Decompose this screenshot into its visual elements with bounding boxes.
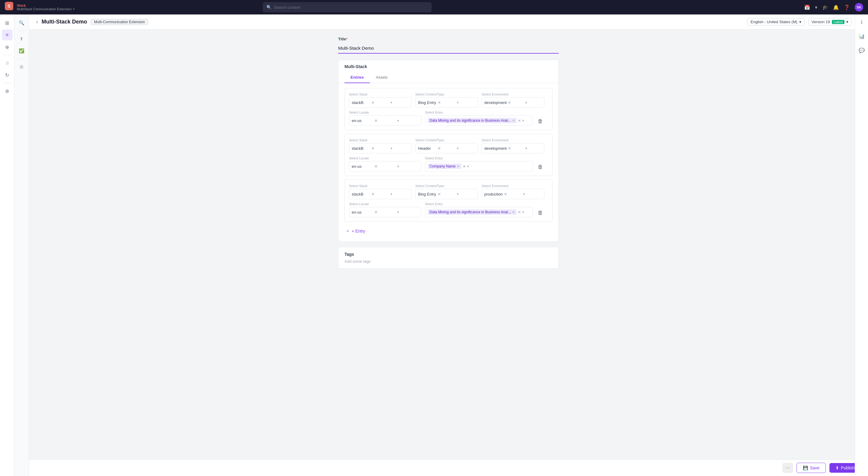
sidebar-icon-star[interactable]: ☆: [2, 58, 13, 68]
select-env-label-1: Select Enviroment: [482, 93, 544, 96]
search-input[interactable]: [274, 5, 428, 10]
search-bar[interactable]: 🔍: [263, 2, 432, 12]
chevron-down-env-icon-2[interactable]: ▾: [525, 147, 541, 150]
clear-locale-icon-3[interactable]: ✕: [374, 210, 396, 215]
select-entry-dropdown-3[interactable]: Data Mining and its significance in Busi…: [425, 207, 533, 217]
tags-input[interactable]: Add some tags: [344, 259, 553, 264]
help-icon[interactable]: ❓: [844, 4, 850, 10]
clear-env-icon-1[interactable]: ✕: [508, 100, 524, 105]
sidebar-icon-layers[interactable]: ⊕: [2, 41, 13, 53]
select-locale-dropdown-2[interactable]: en-us ✕ ▾: [349, 161, 421, 171]
select-stack-dropdown-2[interactable]: stackB ✕ ▾: [349, 143, 412, 153]
clear-ct-icon-1[interactable]: ✕: [438, 100, 456, 105]
select-ct-dropdown-3[interactable]: Blog Entry ✕ ▾: [415, 189, 478, 199]
second-sidebar-task-icon[interactable]: ✅: [16, 45, 27, 56]
chevron-down-icon-3[interactable]: ▾: [391, 192, 409, 196]
clear-entry-icon-1[interactable]: ✕: [518, 118, 521, 123]
plus-icon: ＋: [346, 228, 350, 234]
tab-entries[interactable]: Entries: [344, 72, 370, 83]
sidebar-icon-refresh[interactable]: ↻: [2, 70, 13, 81]
clear-locale-icon-1[interactable]: ✕: [374, 118, 396, 123]
caret-icon[interactable]: ▾: [815, 4, 817, 10]
second-sidebar-search-icon[interactable]: 🔍: [16, 18, 27, 28]
version-badge[interactable]: Version 19 Latest ▾: [808, 18, 852, 26]
select-env-dropdown-2[interactable]: development ✕ ▾: [482, 143, 544, 153]
main-content: ‹ Multi-Stack Demo Multi-Communication E…: [29, 14, 868, 476]
select-entry-dropdown-2[interactable]: Company Name ✕ ✕ ▾: [425, 161, 533, 171]
avatar[interactable]: SK: [855, 3, 863, 11]
chevron-entry-icon-3[interactable]: ▾: [522, 210, 524, 214]
select-env-dropdown-1[interactable]: development ✕ ▾: [482, 97, 544, 107]
graduation-icon[interactable]: 🎓: [822, 4, 828, 10]
chevron-down-env-icon-1[interactable]: ▾: [525, 101, 541, 104]
remove-chip-3[interactable]: ✕: [512, 210, 515, 214]
clear-ct-icon-2[interactable]: ✕: [438, 146, 456, 151]
delete-entry-1[interactable]: 🗑: [536, 117, 544, 126]
delete-entry-3[interactable]: 🗑: [536, 209, 544, 217]
more-button[interactable]: ···: [782, 463, 793, 473]
chevron-down-ct-icon-1[interactable]: ▾: [457, 101, 475, 104]
select-stack-dropdown-1[interactable]: stackB ✕ ▾: [349, 97, 412, 107]
chevron-down-ct-icon-3[interactable]: ▾: [457, 192, 475, 196]
brand-logo: S: [5, 2, 13, 10]
calendar-icon[interactable]: 📅: [804, 4, 810, 10]
title-input[interactable]: [338, 43, 559, 54]
select-locale-label-2: Select Locale: [349, 156, 421, 160]
select-env-dropdown-3[interactable]: production ✕ ▾: [482, 189, 544, 199]
back-button[interactable]: ‹: [36, 19, 38, 25]
entry-row-top-2: Select Stack stackB ✕ ▾ Select ContentTy…: [349, 138, 548, 153]
locale-selector[interactable]: English - United States (M) ▾: [747, 18, 804, 26]
clear-entry-icon-3[interactable]: ✕: [518, 210, 521, 215]
bell-icon[interactable]: 🔔: [833, 4, 839, 10]
clear-icon-3[interactable]: ✕: [371, 192, 390, 196]
add-entry-button[interactable]: ＋ + Entry: [344, 225, 553, 237]
tabs: Entries Assets: [338, 72, 558, 83]
tab-assets[interactable]: Assets: [370, 72, 394, 83]
right-panel: ℹ 📊 💬: [855, 14, 868, 476]
select-locale-dropdown-3[interactable]: en-us ✕ ▾: [349, 207, 421, 217]
select-entry-dropdown-1[interactable]: Data Mining and its significance in Busi…: [425, 116, 533, 126]
sidebar-icon-grid[interactable]: ⊞: [2, 18, 13, 28]
select-locale-dropdown-1[interactable]: en-us ✕ ▾: [349, 116, 421, 126]
info-icon[interactable]: ℹ: [860, 18, 864, 26]
sidebar-icon-tag[interactable]: ⊛: [2, 86, 13, 96]
chevron-down-icon[interactable]: ▾: [73, 7, 75, 11]
second-sidebar-grid-icon[interactable]: ⊞: [16, 61, 27, 72]
activity-icon[interactable]: 📊: [858, 32, 866, 40]
second-sidebar-upload-icon[interactable]: ⬆: [16, 33, 27, 44]
clear-entry-icon-2[interactable]: ✕: [463, 164, 466, 169]
clear-ct-icon-3[interactable]: ✕: [438, 192, 456, 196]
clear-icon-2[interactable]: ✕: [371, 146, 390, 151]
chevron-entry-icon-1[interactable]: ▾: [522, 119, 524, 123]
save-button[interactable]: 💾 Save: [797, 463, 826, 473]
left-sidebar: ⊞ ≡ ⊕ ☆ ↻ ⊛: [0, 14, 14, 476]
clear-locale-icon-2[interactable]: ✕: [374, 164, 396, 169]
select-stack-1: Select Stack stackB ✕ ▾: [349, 93, 412, 107]
clear-env-icon-3[interactable]: ✕: [504, 192, 522, 196]
remove-chip-1[interactable]: ✕: [512, 119, 515, 123]
page-header-left: ‹ Multi-Stack Demo Multi-Communication E…: [36, 19, 148, 25]
chevron-down-icon-2[interactable]: ▾: [391, 147, 409, 150]
chevron-down-locale-icon-3[interactable]: ▾: [397, 210, 418, 214]
select-ct-dropdown-1[interactable]: Blog Entry ✕ ▾: [415, 97, 478, 107]
select-locale-label-1: Select Locale: [349, 110, 421, 114]
sidebar-icon-list[interactable]: ≡: [2, 30, 13, 40]
locale-label: English - United States (M): [750, 20, 797, 24]
select-ct-dropdown-2[interactable]: Header ✕ ▾: [415, 143, 478, 153]
chat-icon[interactable]: 💬: [858, 46, 866, 55]
chevron-entry-icon-2[interactable]: ▾: [467, 164, 469, 168]
select-entry-1: Select Entry Data Mining and its signifi…: [425, 110, 533, 126]
clear-icon-1[interactable]: ✕: [371, 100, 390, 105]
remove-chip-2[interactable]: ✕: [457, 164, 460, 168]
select-content-type-1: Select ContentType Blog Entry ✕ ▾: [415, 93, 478, 107]
chevron-down-locale-icon-2[interactable]: ▾: [397, 164, 418, 168]
chevron-down-icon-1[interactable]: ▾: [391, 101, 409, 104]
clear-env-icon-2[interactable]: ✕: [508, 146, 524, 151]
page-header-right: English - United States (M) ▾ Version 19…: [747, 18, 861, 26]
entry-chip-3: Data Mining and its significance in Busi…: [428, 210, 517, 215]
select-stack-dropdown-3[interactable]: stackB ✕ ▾: [349, 189, 412, 199]
delete-entry-2[interactable]: 🗑: [536, 163, 544, 171]
chevron-down-locale-icon-1[interactable]: ▾: [397, 119, 418, 123]
chevron-down-env-icon-3[interactable]: ▾: [523, 192, 541, 196]
chevron-down-ct-icon-2[interactable]: ▾: [457, 147, 475, 150]
